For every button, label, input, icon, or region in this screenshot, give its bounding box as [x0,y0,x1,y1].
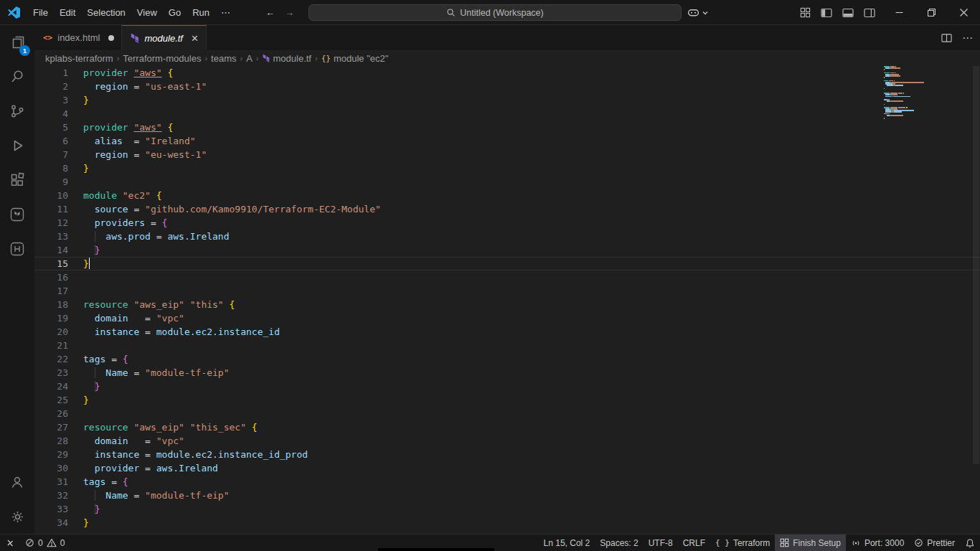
line-number[interactable]: 8 [34,161,68,175]
forward-arrow-icon[interactable]: → [285,7,294,18]
breadcrumb-item[interactable]: kplabs-terraform [45,53,113,64]
code-line-26[interactable]: 26 [34,407,980,420]
notifications-bell[interactable] [960,534,980,551]
source-control-icon[interactable] [0,94,34,128]
code-line-27[interactable]: 27resource "aws_eip" "this_sec" { [34,420,980,434]
menu-item-go[interactable]: Go [163,4,187,21]
line-number[interactable]: 1 [34,66,68,80]
account-icon[interactable] [0,465,34,499]
minimap[interactable] [884,66,973,119]
close-button[interactable] [948,0,980,25]
code-line-3[interactable]: 3} [34,93,980,107]
code-line-2[interactable]: 2 region = "us-east-1" [34,80,980,93]
code-line-8[interactable]: 8} [34,161,980,175]
toggle-panel-icon[interactable] [842,8,854,18]
line-number[interactable]: 12 [34,216,68,230]
line-number[interactable]: 4 [34,107,68,121]
breadcrumb-item-symbol[interactable]: {} module "ec2" [321,53,389,64]
code-line-21[interactable]: 21 [34,339,980,352]
eol-sequence[interactable]: CRLF [678,534,710,551]
finish-setup[interactable]: Finish Setup [775,534,846,551]
minimize-button[interactable] [883,0,915,25]
line-number[interactable]: 13 [34,230,68,243]
code-line-9[interactable]: 9 [34,175,980,189]
code-line-34[interactable]: 34} [34,516,980,529]
breadcrumb-item[interactable]: teams [211,53,236,64]
menu-item-more[interactable]: ⋯ [215,4,236,21]
line-number[interactable]: 5 [34,121,68,134]
code-line-5[interactable]: 5provider "aws" { [34,121,980,134]
remote-indicator[interactable] [0,534,20,551]
code-line-30[interactable]: 30 provider = aws.Ireland [34,461,980,475]
line-number[interactable]: 27 [34,420,68,434]
back-arrow-icon[interactable]: ← [265,7,275,18]
line-number[interactable]: 16 [34,270,68,284]
command-center[interactable]: Untitled (Workspace) [308,4,682,21]
editor[interactable]: 1provider "aws" {2 region = "us-east-1"3… [34,66,980,534]
menu-item-run[interactable]: Run [187,4,215,21]
line-number[interactable]: 22 [34,352,68,366]
line-number[interactable]: 15 [34,257,68,270]
chevron-down-icon[interactable] [702,9,709,17]
code-line-31[interactable]: 31tags = { [34,475,980,489]
code-line-22[interactable]: 22tags = { [34,352,980,366]
code-line-18[interactable]: 18resource "aws_eip" "this" { [34,298,980,311]
code-line-1[interactable]: 1provider "aws" { [34,66,980,80]
line-number[interactable]: 31 [34,475,68,489]
line-number[interactable]: 29 [34,448,68,461]
line-number[interactable]: 6 [34,134,68,148]
code-line-28[interactable]: 28 domain = "vpc" [34,434,980,448]
toggle-secondary-sidebar-icon[interactable] [864,8,875,18]
line-number[interactable]: 3 [34,93,68,107]
code-line-7[interactable]: 7 region = "eu-west-1" [34,148,980,161]
line-number[interactable]: 7 [34,148,68,161]
line-number[interactable]: 10 [34,189,68,202]
code-line-15[interactable]: 15} [34,257,980,270]
terraform-extension-icon[interactable] [0,197,34,232]
editor-scrollbar[interactable] [973,66,979,464]
search-sidebar-icon[interactable] [0,60,34,94]
port-forward[interactable]: Port: 3000 [846,534,909,551]
close-tab-icon[interactable]: ✕ [191,34,199,43]
modified-dot-icon[interactable] [108,35,114,41]
line-number[interactable]: 17 [34,284,68,298]
language-mode[interactable]: { } Terraform [710,534,775,551]
breadcrumb-item[interactable]: A [246,53,253,64]
code-line-13[interactable]: 13 aws.prod = aws.Ireland [34,230,980,243]
restore-button[interactable] [915,0,948,25]
code-line-33[interactable]: 33 } [34,502,980,516]
code-line-14[interactable]: 14 } [34,243,980,257]
line-number[interactable]: 34 [34,516,68,529]
line-number[interactable]: 21 [34,339,68,352]
cursor-position[interactable]: Ln 15, Col 2 [539,534,595,551]
tab-index-html[interactable]: <> index.html [34,25,122,50]
menu-item-view[interactable]: View [131,4,163,21]
breadcrumb-item[interactable]: Terraform-modules [123,53,201,64]
code-line-17[interactable]: 17 [34,284,980,298]
code-line-20[interactable]: 20 instance = module.ec2.instance_id [34,325,980,339]
menu-item-edit[interactable]: Edit [54,4,81,21]
line-number[interactable]: 25 [34,393,68,407]
code-line-24[interactable]: 24 } [34,380,980,393]
menu-item-selection[interactable]: Selection [81,4,131,21]
code-line-25[interactable]: 25} [34,393,980,407]
line-number[interactable]: 30 [34,461,68,475]
line-number[interactable]: 19 [34,311,68,325]
settings-gear-icon[interactable] [0,499,34,534]
line-number[interactable]: 14 [34,243,68,257]
menu-item-file[interactable]: File [27,4,54,21]
hcp-extension-icon[interactable] [0,232,34,266]
line-number[interactable]: 26 [34,407,68,420]
line-number[interactable]: 33 [34,502,68,516]
code-line-29[interactable]: 29 instance = module.ec2.instance_id_pro… [34,448,980,461]
code-line-16[interactable]: 16 [34,270,980,284]
indentation[interactable]: Spaces: 2 [595,534,643,551]
line-number[interactable]: 20 [34,325,68,339]
code-line-19[interactable]: 19 domain = "vpc" [34,311,980,325]
code-line-10[interactable]: 10module "ec2" { [34,189,980,202]
run-debug-icon[interactable] [0,128,34,163]
line-number[interactable]: 24 [34,380,68,393]
extensions-icon[interactable] [0,163,34,197]
breadcrumb-item-file[interactable]: module.tf [263,53,311,64]
line-number[interactable]: 32 [34,489,68,502]
